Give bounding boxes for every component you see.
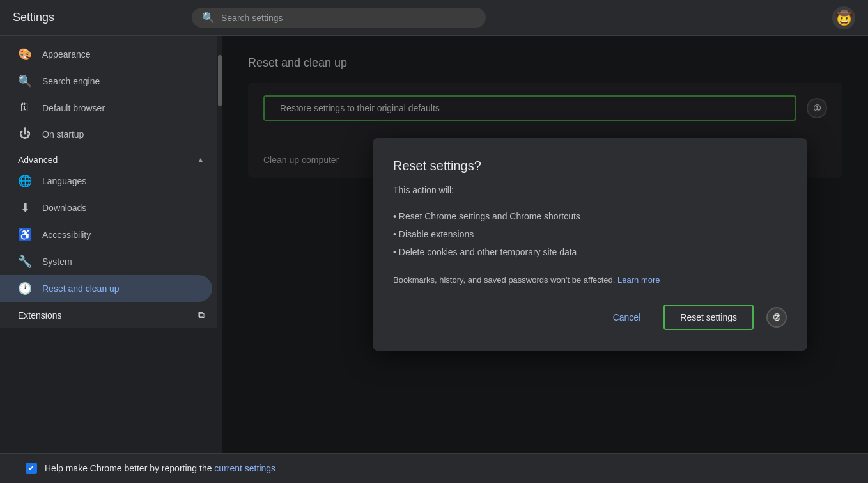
sidebar-item-default-browser[interactable]: 🗓 Default browser <box>0 95 212 121</box>
dialog-list-item-2: • Disable extensions <box>393 225 787 243</box>
sidebar-item-label: On startup <box>42 129 84 139</box>
sidebar-item-accessibility[interactable]: ♿ Accessibility <box>0 221 212 248</box>
advanced-section-header[interactable]: Advanced ▲ <box>0 147 217 168</box>
sidebar-item-system[interactable]: 🔧 System <box>0 248 212 275</box>
extensions-link-icon: ⧉ <box>198 310 205 321</box>
downloads-icon: ⬇ <box>18 201 32 215</box>
search-bar[interactable]: 🔍 <box>192 8 486 28</box>
reset-dialog: Reset settings? This action will: • Rese… <box>373 138 807 351</box>
sidebar-item-reset-cleanup[interactable]: 🕐 Reset and clean up <box>0 275 212 302</box>
sidebar-item-label: System <box>42 257 72 267</box>
sidebar-scrolltrack <box>217 36 222 453</box>
bottom-static-text: Help make Chrome better by reporting the <box>45 463 212 473</box>
bottom-bar: Help make Chrome better by reporting the… <box>0 453 868 483</box>
content-area: Reset and clean up Restore settings to t… <box>222 36 868 453</box>
cancel-button[interactable]: Cancel <box>598 306 656 329</box>
sidebar-item-on-startup[interactable]: ⏻ On startup <box>0 121 212 147</box>
accessibility-icon: ♿ <box>18 228 32 242</box>
search-input[interactable] <box>221 13 476 23</box>
sidebar-item-downloads[interactable]: ⬇ Downloads <box>0 194 212 221</box>
learn-more-link[interactable]: Learn more <box>617 275 660 285</box>
dialog-footer-text: Bookmarks, history, and saved passwords … <box>393 274 787 287</box>
reset-settings-button[interactable]: Reset settings <box>663 305 754 330</box>
dialog-actions: Cancel Reset settings ② <box>393 305 787 330</box>
sidebar-container: 🎨 Appearance 🔍 Search engine 🗓 Default b… <box>0 36 222 453</box>
dialog-description: This action will: <box>393 184 787 197</box>
header-right: 🤠 <box>832 6 855 29</box>
sidebar-scrollthumb[interactable] <box>218 55 222 106</box>
dialog-title: Reset settings? <box>393 159 787 173</box>
main-layout: 🎨 Appearance 🔍 Search engine 🗓 Default b… <box>0 36 868 453</box>
sidebar-item-label: Appearance <box>42 49 91 59</box>
current-settings-link[interactable]: current settings <box>214 463 275 473</box>
dialog-list-item-3: • Delete cookies and other temporary sit… <box>393 243 787 261</box>
sidebar-item-languages[interactable]: 🌐 Languages <box>0 168 212 194</box>
reporting-checkbox[interactable] <box>26 463 37 474</box>
footer-static-text: Bookmarks, history, and saved passwords … <box>393 275 615 285</box>
sidebar-item-search-engine[interactable]: 🔍 Search engine <box>0 68 212 95</box>
sidebar: 🎨 Appearance 🔍 Search engine 🗓 Default b… <box>0 36 217 328</box>
startup-icon: ⏻ <box>18 127 32 141</box>
step2-badge: ② <box>766 307 787 328</box>
extensions-section-header[interactable]: Extensions ⧉ <box>0 302 217 323</box>
sidebar-item-label: Search engine <box>42 76 100 86</box>
dialog-list: • Reset Chrome settings and Chrome short… <box>393 207 787 261</box>
header: Settings 🔍 🤠 <box>0 0 868 36</box>
reporting-checkbox-wrap: Help make Chrome better by reporting the… <box>26 463 275 474</box>
default-browser-icon: 🗓 <box>18 101 32 115</box>
appearance-icon: 🎨 <box>18 47 32 61</box>
bottom-bar-text: Help make Chrome better by reporting the… <box>45 463 275 473</box>
sidebar-item-label: Accessibility <box>42 230 91 240</box>
dialog-list-item-1: • Reset Chrome settings and Chrome short… <box>393 207 787 225</box>
sidebar-item-appearance[interactable]: 🎨 Appearance <box>0 41 212 68</box>
system-icon: 🔧 <box>18 255 32 269</box>
sidebar-item-label: Downloads <box>42 203 86 213</box>
advanced-label: Advanced <box>18 155 58 165</box>
sidebar-item-label: Languages <box>42 176 86 186</box>
search-icon: 🔍 <box>202 12 215 24</box>
chevron-up-icon: ▲ <box>197 155 205 164</box>
search-engine-icon: 🔍 <box>18 74 32 88</box>
avatar[interactable]: 🤠 <box>832 6 855 29</box>
sidebar-item-label: Default browser <box>42 103 105 113</box>
extensions-label: Extensions <box>18 310 61 321</box>
reset-icon: 🕐 <box>18 281 32 296</box>
dialog-overlay: Reset settings? This action will: • Rese… <box>222 36 868 453</box>
languages-icon: 🌐 <box>18 174 32 188</box>
app-title: Settings <box>13 11 89 24</box>
sidebar-item-label: Reset and clean up <box>42 283 120 294</box>
